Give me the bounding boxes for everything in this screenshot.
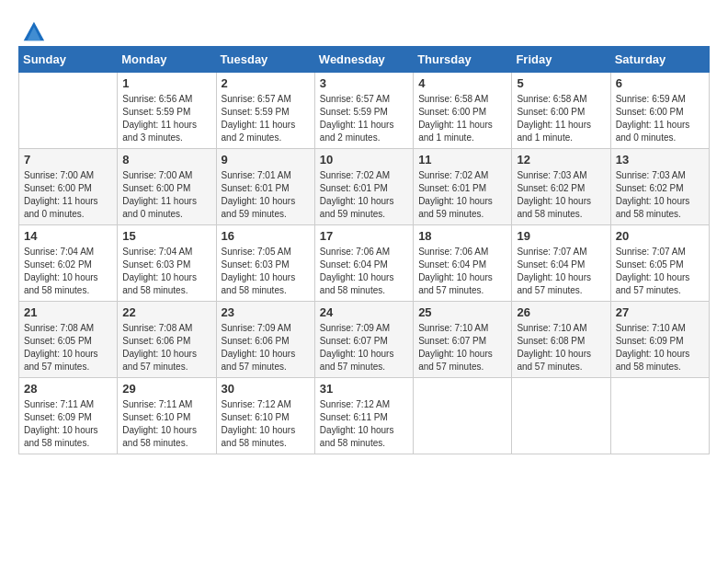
header-saturday: Saturday: [610, 47, 709, 73]
calendar: SundayMondayTuesdayWednesdayThursdayFrid…: [18, 46, 710, 454]
day-info: Sunrise: 7:10 AM Sunset: 6:09 PM Dayligh…: [616, 322, 704, 373]
day-info: Sunrise: 6:57 AM Sunset: 5:59 PM Dayligh…: [320, 93, 408, 144]
calendar-week-2: 7Sunrise: 7:00 AM Sunset: 6:00 PM Daylig…: [19, 149, 710, 225]
header-wednesday: Wednesday: [314, 47, 413, 73]
calendar-cell: [414, 378, 512, 454]
calendar-week-5: 28Sunrise: 7:11 AM Sunset: 6:09 PM Dayli…: [19, 378, 710, 454]
day-number: 31: [320, 382, 408, 396]
header-monday: Monday: [118, 47, 216, 73]
day-number: 10: [320, 153, 408, 167]
day-number: 16: [222, 229, 310, 243]
calendar-cell: 11Sunrise: 7:02 AM Sunset: 6:01 PM Dayli…: [414, 149, 512, 225]
day-number: 15: [122, 229, 210, 243]
day-number: 26: [517, 305, 605, 319]
day-info: Sunrise: 6:58 AM Sunset: 6:00 PM Dayligh…: [517, 93, 605, 144]
calendar-header-row: SundayMondayTuesdayWednesdayThursdayFrid…: [19, 47, 710, 73]
day-number: 12: [517, 153, 605, 167]
day-number: 14: [24, 229, 112, 243]
calendar-cell: 12Sunrise: 7:03 AM Sunset: 6:02 PM Dayli…: [512, 149, 610, 225]
day-info: Sunrise: 7:06 AM Sunset: 6:04 PM Dayligh…: [320, 246, 408, 297]
calendar-cell: 9Sunrise: 7:01 AM Sunset: 6:01 PM Daylig…: [216, 149, 314, 225]
header-tuesday: Tuesday: [216, 47, 314, 73]
day-number: 5: [517, 76, 605, 90]
day-info: Sunrise: 7:09 AM Sunset: 6:06 PM Dayligh…: [222, 322, 310, 373]
calendar-cell: 19Sunrise: 7:07 AM Sunset: 6:04 PM Dayli…: [512, 225, 610, 302]
calendar-cell: 29Sunrise: 7:11 AM Sunset: 6:10 PM Dayli…: [118, 378, 216, 454]
day-info: Sunrise: 7:00 AM Sunset: 6:00 PM Dayligh…: [122, 169, 210, 221]
day-number: 18: [418, 229, 506, 243]
calendar-cell: 25Sunrise: 7:10 AM Sunset: 6:07 PM Dayli…: [414, 302, 512, 378]
calendar-cell: 24Sunrise: 7:09 AM Sunset: 6:07 PM Dayli…: [314, 302, 413, 378]
day-info: Sunrise: 7:03 AM Sunset: 6:02 PM Dayligh…: [517, 169, 605, 221]
day-info: Sunrise: 7:00 AM Sunset: 6:00 PM Dayligh…: [24, 169, 112, 221]
calendar-cell: 22Sunrise: 7:08 AM Sunset: 6:06 PM Dayli…: [118, 302, 216, 378]
day-number: 8: [122, 153, 210, 167]
logo-icon: [20, 18, 46, 44]
calendar-cell: 4Sunrise: 6:58 AM Sunset: 6:00 PM Daylig…: [414, 73, 512, 149]
day-info: Sunrise: 7:05 AM Sunset: 6:03 PM Dayligh…: [222, 246, 310, 297]
calendar-cell: 30Sunrise: 7:12 AM Sunset: 6:10 PM Dayli…: [216, 378, 314, 454]
day-info: Sunrise: 7:09 AM Sunset: 6:07 PM Dayligh…: [320, 322, 408, 373]
calendar-cell: 15Sunrise: 7:04 AM Sunset: 6:03 PM Dayli…: [118, 225, 216, 302]
day-number: 29: [122, 382, 210, 396]
day-number: 4: [418, 76, 506, 90]
calendar-week-3: 14Sunrise: 7:04 AM Sunset: 6:02 PM Dayli…: [19, 225, 710, 302]
calendar-cell: 13Sunrise: 7:03 AM Sunset: 6:02 PM Dayli…: [610, 149, 709, 225]
calendar-cell: 14Sunrise: 7:04 AM Sunset: 6:02 PM Dayli…: [19, 225, 118, 302]
calendar-cell: [610, 378, 709, 454]
calendar-cell: 6Sunrise: 6:59 AM Sunset: 6:00 PM Daylig…: [610, 73, 709, 149]
calendar-cell: 7Sunrise: 7:00 AM Sunset: 6:00 PM Daylig…: [19, 149, 118, 225]
calendar-cell: 20Sunrise: 7:07 AM Sunset: 6:05 PM Dayli…: [610, 225, 709, 302]
day-info: Sunrise: 7:11 AM Sunset: 6:10 PM Dayligh…: [122, 398, 210, 450]
day-info: Sunrise: 7:02 AM Sunset: 6:01 PM Dayligh…: [418, 169, 506, 221]
calendar-cell: 18Sunrise: 7:06 AM Sunset: 6:04 PM Dayli…: [414, 225, 512, 302]
day-info: Sunrise: 7:08 AM Sunset: 6:06 PM Dayligh…: [122, 322, 210, 373]
day-info: Sunrise: 7:03 AM Sunset: 6:02 PM Dayligh…: [616, 169, 704, 221]
header-thursday: Thursday: [414, 47, 512, 73]
calendar-cell: 3Sunrise: 6:57 AM Sunset: 5:59 PM Daylig…: [314, 73, 413, 149]
calendar-cell: 10Sunrise: 7:02 AM Sunset: 6:01 PM Dayli…: [314, 149, 413, 225]
calendar-cell: 23Sunrise: 7:09 AM Sunset: 6:06 PM Dayli…: [216, 302, 314, 378]
header-sunday: Sunday: [19, 47, 118, 73]
day-number: 24: [320, 305, 408, 319]
calendar-cell: [19, 73, 118, 149]
calendar-cell: 2Sunrise: 6:57 AM Sunset: 5:59 PM Daylig…: [216, 73, 314, 149]
day-number: 7: [24, 153, 112, 167]
calendar-cell: 27Sunrise: 7:10 AM Sunset: 6:09 PM Dayli…: [610, 302, 709, 378]
logo: [18, 18, 46, 37]
day-info: Sunrise: 6:58 AM Sunset: 6:00 PM Dayligh…: [418, 93, 506, 144]
calendar-cell: 17Sunrise: 7:06 AM Sunset: 6:04 PM Dayli…: [314, 225, 413, 302]
day-info: Sunrise: 7:01 AM Sunset: 6:01 PM Dayligh…: [222, 169, 310, 221]
calendar-cell: 31Sunrise: 7:12 AM Sunset: 6:11 PM Dayli…: [314, 378, 413, 454]
calendar-cell: 8Sunrise: 7:00 AM Sunset: 6:00 PM Daylig…: [118, 149, 216, 225]
calendar-cell: 1Sunrise: 6:56 AM Sunset: 5:59 PM Daylig…: [118, 73, 216, 149]
day-info: Sunrise: 7:11 AM Sunset: 6:09 PM Dayligh…: [24, 398, 112, 450]
day-info: Sunrise: 7:04 AM Sunset: 6:02 PM Dayligh…: [24, 246, 112, 297]
day-number: 3: [320, 76, 408, 90]
day-info: Sunrise: 6:56 AM Sunset: 5:59 PM Dayligh…: [122, 93, 210, 144]
day-info: Sunrise: 6:59 AM Sunset: 6:00 PM Dayligh…: [616, 93, 704, 144]
day-number: 22: [122, 305, 210, 319]
calendar-cell: 21Sunrise: 7:08 AM Sunset: 6:05 PM Dayli…: [19, 302, 118, 378]
day-info: Sunrise: 6:57 AM Sunset: 5:59 PM Dayligh…: [222, 93, 310, 144]
day-number: 27: [616, 305, 704, 319]
day-info: Sunrise: 7:07 AM Sunset: 6:04 PM Dayligh…: [517, 246, 605, 297]
day-info: Sunrise: 7:12 AM Sunset: 6:10 PM Dayligh…: [222, 398, 310, 450]
day-info: Sunrise: 7:07 AM Sunset: 6:05 PM Dayligh…: [616, 246, 704, 297]
day-info: Sunrise: 7:08 AM Sunset: 6:05 PM Dayligh…: [24, 322, 112, 373]
day-number: 6: [616, 76, 704, 90]
day-number: 25: [418, 305, 506, 319]
calendar-cell: 28Sunrise: 7:11 AM Sunset: 6:09 PM Dayli…: [19, 378, 118, 454]
day-info: Sunrise: 7:10 AM Sunset: 6:07 PM Dayligh…: [418, 322, 506, 373]
day-info: Sunrise: 7:12 AM Sunset: 6:11 PM Dayligh…: [320, 398, 408, 450]
day-number: 23: [222, 305, 310, 319]
day-number: 21: [24, 305, 112, 319]
calendar-cell: 5Sunrise: 6:58 AM Sunset: 6:00 PM Daylig…: [512, 73, 610, 149]
day-number: 28: [24, 382, 112, 396]
calendar-cell: 16Sunrise: 7:05 AM Sunset: 6:03 PM Dayli…: [216, 225, 314, 302]
calendar-week-1: 1Sunrise: 6:56 AM Sunset: 5:59 PM Daylig…: [19, 73, 710, 149]
day-number: 2: [222, 76, 310, 90]
day-number: 11: [418, 153, 506, 167]
day-info: Sunrise: 7:04 AM Sunset: 6:03 PM Dayligh…: [122, 246, 210, 297]
day-number: 20: [616, 229, 704, 243]
